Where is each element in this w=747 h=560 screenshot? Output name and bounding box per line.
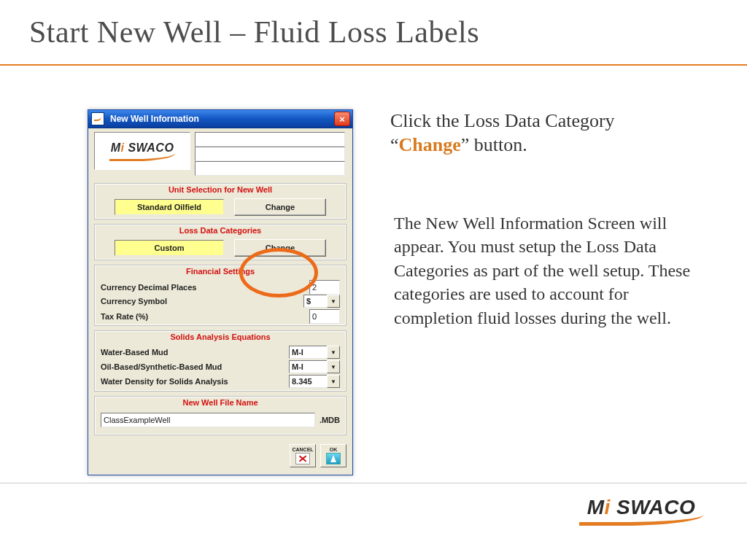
instruction-suffix: ” button. — [461, 134, 527, 155]
new-well-dialog: New Well Information × Mi SWACO Unit Sel… — [88, 109, 353, 475]
solids-analysis-title: Solids Analysis Equations — [95, 332, 346, 341]
currency-decimal-label: Currency Decimal Places — [101, 283, 196, 292]
titlebar[interactable]: New Well Information × — [88, 110, 352, 128]
header-field-2[interactable] — [195, 147, 345, 161]
file-name-input[interactable]: ClassExampleWell — [101, 413, 315, 427]
tax-rate-input[interactable]: 0 — [309, 309, 340, 324]
instruction-emphasis: Change — [399, 134, 461, 155]
oil-mud-label: Oil-Based/Synthetic-Based Mud — [101, 362, 222, 371]
cancel-caption: CANCEL — [292, 447, 313, 452]
app-icon — [91, 112, 104, 125]
divider-bottom — [0, 483, 747, 483]
unit-selection-group: Unit Selection for New Well Standard Oil… — [94, 183, 347, 219]
loss-change-button[interactable]: Change — [234, 239, 326, 257]
chevron-down-icon: ▼ — [327, 360, 340, 373]
unit-selection-title: Unit Selection for New Well — [95, 185, 346, 194]
cancel-button[interactable]: CANCEL — [290, 444, 316, 467]
water-mud-value: M-I — [289, 346, 327, 359]
ok-caption: OK — [330, 447, 338, 452]
unit-change-button[interactable]: Change — [234, 198, 326, 216]
loss-data-value: Custom — [115, 240, 224, 256]
currency-symbol-select[interactable]: $ ▼ — [303, 295, 340, 308]
financial-settings-title: Financial Settings — [95, 267, 346, 276]
header-field-1[interactable] — [195, 132, 345, 147]
unit-selection-value: Standard Oilfield — [115, 199, 224, 215]
currency-symbol-value: $ — [303, 295, 327, 308]
slide: Start New Well – Fluid Loss Labels Click… — [0, 0, 747, 560]
oil-mud-value: M-I — [289, 360, 327, 373]
water-density-select[interactable]: 8.345 ▼ — [289, 375, 340, 388]
chevron-down-icon: ▼ — [327, 295, 340, 308]
loss-data-group: Loss Data Categories Custom Change — [94, 224, 347, 260]
financial-settings-group: Financial Settings Currency Decimal Plac… — [94, 265, 347, 326]
chevron-down-icon: ▼ — [327, 375, 340, 388]
solids-analysis-group: Solids Analysis Equations Water-Based Mu… — [94, 330, 347, 392]
currency-decimal-input[interactable]: 2 — [309, 280, 340, 295]
cancel-icon — [295, 453, 310, 464]
tax-rate-label: Tax Rate (%) — [101, 312, 148, 321]
instruction-text: Click the Loss Data Category “Change” bu… — [390, 109, 697, 157]
water-mud-label: Water-Based Mud — [101, 348, 169, 357]
swoosh-icon — [109, 153, 175, 161]
footer-logo: Mi SWACO — [579, 496, 703, 526]
logo-text: Mi SWACO — [111, 141, 174, 155]
logo-prefix: M — [111, 141, 121, 154]
header-fields — [195, 132, 345, 176]
dialog-client-area: Mi SWACO Unit Selection for New Well Sta… — [91, 131, 349, 472]
close-button[interactable]: × — [334, 112, 350, 126]
titlebar-title: New Well Information — [107, 114, 334, 124]
page-title: Start New Well – Fluid Loss Labels — [29, 15, 479, 50]
explanation-text: The New Well Information Screen will app… — [394, 211, 708, 330]
water-density-label: Water Density for Solids Analysis — [101, 377, 228, 386]
header-field-3[interactable] — [195, 161, 345, 176]
loss-data-title: Loss Data Categories — [95, 226, 346, 235]
file-name-group: New Well File Name ClassExampleWell .MDB — [94, 396, 347, 435]
file-extension-label: .MDB — [320, 416, 340, 424]
ok-button[interactable]: OK — [320, 444, 347, 467]
logo-panel: Mi SWACO — [94, 132, 190, 170]
dialog-button-row: CANCEL OK — [290, 444, 347, 467]
chevron-down-icon: ▼ — [327, 346, 340, 359]
swoosh-icon — [579, 515, 703, 526]
water-density-value: 8.345 — [289, 375, 327, 388]
water-mud-select[interactable]: M-I ▼ — [289, 346, 340, 359]
currency-symbol-label: Currency Symbol — [101, 297, 167, 306]
file-name-title: New Well File Name — [95, 398, 346, 407]
divider-top — [0, 64, 747, 66]
oil-mud-select[interactable]: M-I ▼ — [289, 360, 340, 373]
ok-icon — [326, 453, 341, 464]
logo-suffix: SWACO — [124, 141, 174, 154]
